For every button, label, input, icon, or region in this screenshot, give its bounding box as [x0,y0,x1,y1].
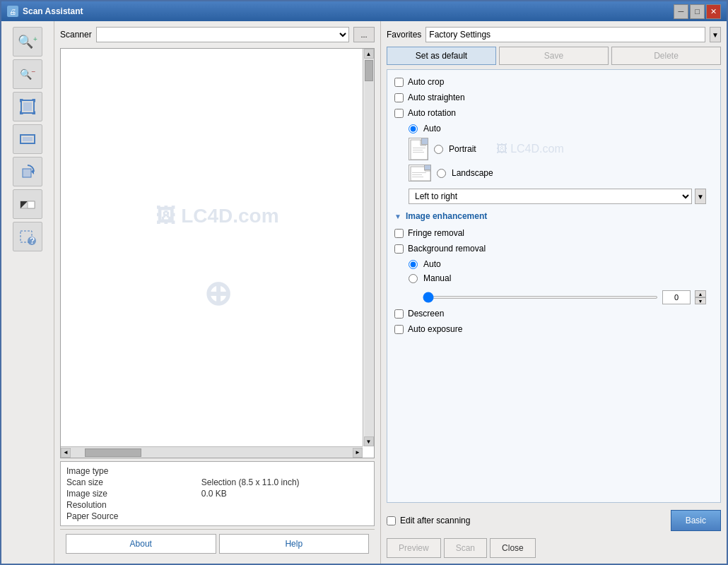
auto-crop-checkbox[interactable] [394,78,404,87]
help-button[interactable]: Help [219,534,370,554]
save-button[interactable]: Save [499,47,609,65]
svg-rect-20 [413,148,425,148]
image-enhancement-header: ▼ Image enhancement [394,211,706,221]
delete-button[interactable]: Delete [611,47,721,65]
auto-exposure-row: Auto exposure [394,324,706,334]
scroll-vthumb[interactable] [365,60,373,81]
image-enhancement-title: Image enhancement [406,211,487,221]
watermark2: ⊕ [204,273,232,313]
rotate-button[interactable] [13,157,42,186]
bg-manual-radio[interactable] [409,274,418,283]
image-type-value [201,466,368,476]
auto-rotation-checkbox[interactable] [394,109,404,118]
paper-source-label: Paper Source [66,511,187,521]
auto-exposure-checkbox[interactable] [394,325,404,334]
settings-panel: Auto crop Auto straighten Auto rotation [387,69,721,503]
image-enhancement-arrow[interactable]: ▼ [394,213,401,220]
edit-after-scanning-checkbox[interactable] [387,516,396,525]
set-default-button[interactable]: Set as default [387,47,496,65]
slider-row: ▲ ▼ [423,290,706,304]
fit-width-button[interactable] [13,124,42,154]
bg-removal-slider[interactable] [423,296,658,299]
preview-button[interactable]: Preview [387,538,441,558]
slider-up-arrow[interactable]: ▲ [695,290,706,297]
svg-rect-1 [23,102,32,111]
title-bar-left: 🖨 Scan Assistant [7,6,83,17]
about-button[interactable]: About [66,534,216,554]
svg-marker-11 [20,201,28,208]
svg-rect-7 [23,137,33,141]
auto-rotation-label: Auto rotation [408,108,456,118]
fringe-removal-label: Fringe removal [408,228,464,238]
edit-after-row: Edit after scanning [387,516,667,525]
direction-dropdown-row: Left to right Right to left ▼ [409,189,706,204]
main-window: 🖨 Scan Assistant ─ □ ✕ 🔍+ 🔍− [0,0,728,565]
svg-rect-28 [412,174,422,175]
minimize-button[interactable]: ─ [674,4,688,19]
settings-scroll-area[interactable]: Auto crop Auto straighten Auto rotation [387,70,720,502]
favorites-dropdown[interactable] [425,27,705,42]
scroll-right-arrow[interactable]: ► [353,448,363,458]
svg-rect-9 [23,169,31,177]
svg-rect-27 [412,172,426,173]
portrait-radio-label: Portrait [449,144,476,154]
close-bottom-button[interactable]: Close [490,538,536,558]
bg-removal-radio-group: Auto Manual [409,259,706,283]
bg-auto-row: Auto [409,259,706,269]
svg-text:?: ? [30,236,35,246]
scroll-hthumb[interactable] [85,448,141,457]
info-bar: Image type Scan size Selection (8.5 x 11… [60,461,375,526]
auto-radio-label: Auto [423,124,441,133]
maximize-button[interactable]: □ [690,4,705,19]
fringe-removal-checkbox[interactable] [394,229,404,238]
scan-button[interactable]: Scan [444,538,487,558]
app-icon: 🖨 [7,6,18,17]
slider-arrows: ▲ ▼ [695,290,706,304]
landscape-radio[interactable] [437,169,446,178]
close-button[interactable]: ✕ [706,4,721,19]
image-size-value: 0.0 KB [201,489,368,499]
direction-dropdown-arrow[interactable]: ▼ [695,189,706,204]
favorites-arrow-icon[interactable]: ▼ [710,27,721,42]
descreen-row: Descreen [394,309,706,319]
bg-manual-label: Manual [423,273,451,283]
selection-button[interactable]: ? [13,222,42,251]
auto-straighten-checkbox[interactable] [394,93,404,102]
fit-page-button[interactable] [13,92,42,121]
scroll-left-arrow[interactable]: ◄ [61,448,71,458]
auto-radio[interactable] [409,124,418,133]
scanner-dropdown[interactable] [96,27,349,42]
auto-rotation-row: Auto rotation [394,108,706,118]
bg-auto-radio[interactable] [409,260,418,269]
auto-straighten-row: Auto straighten [394,93,706,102]
slider-down-arrow[interactable]: ▼ [695,297,706,304]
svg-marker-17 [421,140,426,145]
scroll-down-arrow[interactable]: ▼ [364,436,374,446]
scroll-up-arrow[interactable]: ▲ [364,49,374,59]
zoom-in-button[interactable]: 🔍+ [13,27,42,56]
background-removal-label: Background removal [408,244,486,254]
fringe-removal-row: Fringe removal [394,228,706,238]
background-removal-checkbox[interactable] [394,244,404,254]
descreen-checkbox[interactable] [394,309,404,319]
direction-dropdown[interactable]: Left to right Right to left [409,189,692,204]
scanner-browse-button[interactable]: ... [353,27,375,42]
image-type-label: Image type [66,466,187,476]
svg-rect-21 [413,150,423,150]
left-toolbar: 🔍+ 🔍− [1,21,54,564]
invert-button[interactable] [13,189,42,219]
basic-button[interactable]: Basic [671,510,721,531]
scanner-bar: Scanner ... [60,27,375,42]
auto-straighten-label: Auto straighten [408,93,465,102]
portrait-icon [409,138,428,160]
center-panel: Scanner ... 🖼 LC4D.com ⊕ ▲ ▼ [54,21,380,564]
edit-after-scanning-label: Edit after scanning [400,516,470,525]
portrait-radio[interactable] [434,145,443,154]
content-area: 🔍+ 🔍− [1,21,727,564]
svg-rect-23 [411,167,430,181]
bottom-right-area: Edit after scanning Basic [387,507,721,534]
svg-marker-12 [28,201,35,208]
zoom-out-button[interactable]: 🔍− [13,59,42,89]
portrait-watermark: 🖼 LC4D.com [496,143,564,155]
slider-value-input[interactable] [662,290,691,304]
